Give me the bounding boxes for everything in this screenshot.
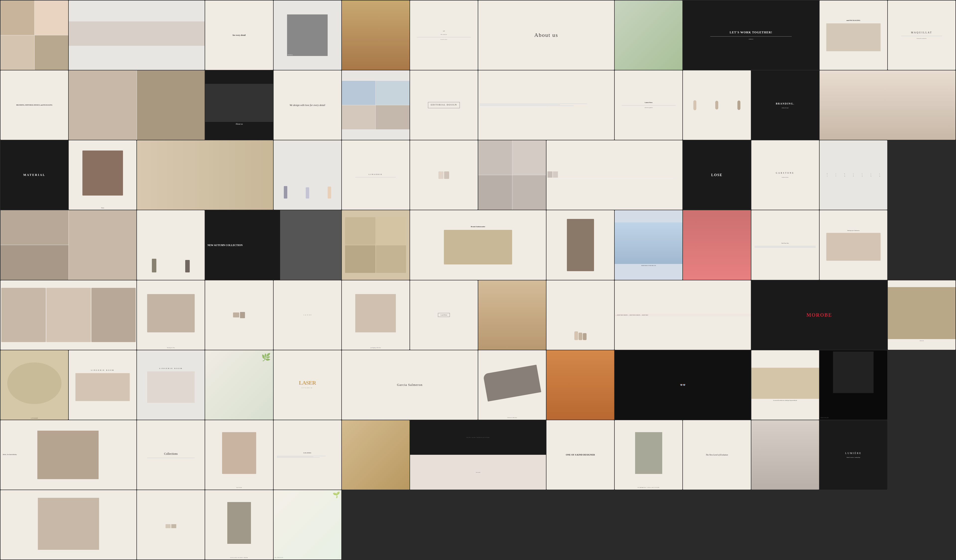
card-lumiere: LUMIÈRE Natural Cosmetics · Landing Page [819, 420, 887, 489]
card-brand-items [342, 210, 410, 280]
card-collections: Collections [137, 420, 204, 489]
card-accessories [205, 280, 273, 350]
card-casual-model [478, 280, 546, 350]
card-pagination[interactable]: 12345 [274, 280, 341, 350]
card-eco-product: eco & sustainable [0, 350, 68, 420]
card-new-level: The New Level of Evolution [683, 420, 751, 489]
card-model-sofa [137, 140, 273, 210]
card-sunglasses: 👓 [615, 350, 751, 420]
card-for-every-detail: for every detail [205, 0, 273, 70]
card-darling-top-2: Darting for You [137, 280, 204, 350]
card-gallery-mosaic[interactable] [478, 140, 546, 210]
card-branding-text: BRANDING, EDITORIAL DESIGN, and PACKAGIN… [0, 71, 68, 140]
card-shop-ticker: — SHOP NEW DROPS — SHOP NEW DROPS — SHOP… [615, 280, 751, 350]
card-one-kind-designer: ONE OF A KIND DESIGNER [546, 420, 614, 489]
card-material-dark: MATERIAL [0, 140, 68, 210]
card-we-work-for: and We work for: brands & studios [410, 0, 478, 70]
card-lingerie-text: LINGERIE [342, 140, 410, 210]
card-handbag [342, 420, 410, 489]
card-planning: E-PLANNING [274, 420, 341, 489]
card-model-product: editorial [888, 280, 956, 350]
card-luna-fullpiece [0, 490, 137, 560]
card-product-listing[interactable] [478, 71, 614, 140]
card-fashion-table[interactable] [546, 140, 682, 210]
card-find-size[interactable]: Find Your Size [752, 210, 819, 280]
card-sto-luna: Sto 9 Luna [205, 420, 273, 489]
card-leaves-elegant: 🌿 [205, 350, 273, 420]
card-latest-news: Latest News editorial updates [615, 71, 682, 140]
card-shoe-product: footwear collection [478, 350, 546, 420]
card-lets-work: LET'S WORK TOGETHER! CONTACT [683, 0, 819, 70]
card-products-white [410, 140, 478, 210]
card-collection-new: COLLECTION NEW [205, 490, 273, 560]
card-green-botanical [615, 0, 682, 70]
card-person-orange [546, 350, 614, 420]
card-newsletter: JOIN OUR NEWSLETTER enter email [410, 420, 546, 489]
card-editorial-mag[interactable]: EDITORIAL [274, 0, 341, 70]
card-darling-top-3: packaging collection [342, 280, 410, 350]
card-branding-dark: BRANDING. identity & visual [752, 71, 819, 140]
card-fashion-bw [752, 420, 819, 489]
card-morobe: MOROBE [752, 280, 887, 350]
card-garcia-salmeron: Garcia Salmeron [342, 350, 478, 420]
card-new-autumn: NEW AUTUMN COLLECTION [205, 210, 341, 280]
portfolio-grid: for every detail EDITORIAL and We work f… [0, 0, 956, 560]
card-show-we-work[interactable] [137, 490, 204, 560]
card-fashion-model-1 [342, 0, 410, 70]
card-fashion-thumbs[interactable] [0, 0, 68, 70]
card-lingerie-room-1: LINGERIE ROOM [69, 350, 137, 420]
card-summer-collection: SUMMER COLLECTION [615, 420, 682, 489]
card-fashion-model-2 [819, 71, 956, 140]
card-lingerie-room-2: LINGERIE ROOM [137, 350, 204, 420]
card-clothing-items [274, 140, 341, 210]
card-brand-ambassador: Brand Ambassador [410, 210, 546, 280]
card-editorial-design-text: EDITORIAL DESIGN [410, 71, 478, 140]
card-packaging-items [546, 280, 614, 350]
card-about-us-dark: About us [205, 71, 273, 140]
card-david-relley: Hello, I'm David Relley [0, 420, 137, 489]
card-standing-model [546, 210, 614, 280]
card-thumb-gallery[interactable] [342, 71, 410, 140]
card-calendar[interactable]: MTWTFSS 1234567 891011121314 [819, 140, 887, 210]
card-lingerie-pink [683, 210, 751, 280]
card-darling-top: Darting top to Indonesia [819, 210, 887, 280]
card-laser-studio: LASER STUDIO [274, 350, 341, 420]
card-about-us-hero: About us [478, 0, 614, 70]
card-estilo: ESTILO [819, 350, 887, 420]
card-photo-collage [0, 210, 137, 280]
card-lose-text: LOSE [683, 140, 751, 210]
card-coat-models [137, 210, 204, 280]
card-and-packaging: and PACKAGING [819, 0, 887, 70]
card-shop-items[interactable] [0, 280, 137, 350]
card-perfume-beach: PERFUME IN THE BEACH [615, 210, 682, 280]
card-diana-portrait: Diana [69, 140, 137, 210]
card-website-preview-1[interactable] [69, 0, 204, 70]
card-garstone: GARSTONE fashion house [752, 140, 819, 210]
card-do-brass: do BRASS 🌱 [274, 490, 341, 560]
card-maquillat: MAQUILLAT beauty & cosmetics [888, 0, 956, 70]
card-fashion-models-grid[interactable] [69, 71, 204, 140]
card-nouvelle-cosmetics: La nouvelle médecine esthétique hyperméd… [752, 350, 819, 420]
card-load-more[interactable]: Load More [410, 280, 478, 350]
card-cosmetic-flatlay [683, 71, 751, 140]
card-we-design-love: We design with love for every detail [274, 71, 341, 140]
